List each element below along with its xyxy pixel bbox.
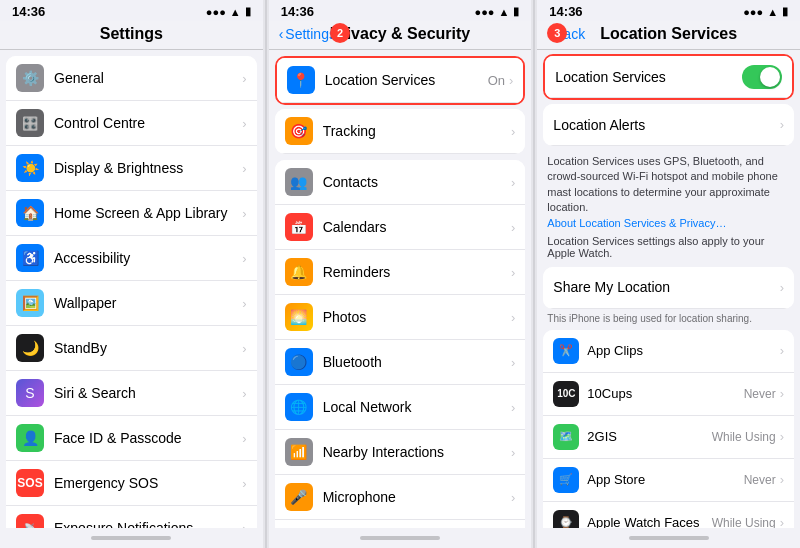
bottom-bar-1 <box>0 528 263 548</box>
emergency-icon: SOS <box>16 469 44 497</box>
tracking-icon: 🎯 <box>285 117 313 145</box>
status-bar-1: 14:36 ●●● ▲ ▮ <box>0 0 263 21</box>
location-toggle[interactable] <box>742 65 782 89</box>
settings-row-standby[interactable]: 🌙 StandBy › <box>6 326 257 371</box>
local-network-icon: 🌐 <box>285 393 313 421</box>
share-location-subtext: This iPhone is being used for location s… <box>537 311 800 328</box>
settings-list-1[interactable]: ⚙️ General › 🎛️ Control Centre › ☀️ Disp… <box>0 50 263 528</box>
nav-bar-2: ‹ Settings Privacy & Security 2 <box>269 21 532 50</box>
settings-row-contacts[interactable]: 👥 Contacts › <box>275 160 526 205</box>
accessibility-icon: ♿ <box>16 244 44 272</box>
location-body-text: Location Services uses GPS, Bluetooth, a… <box>537 150 800 233</box>
location-services-icon: 📍 <box>287 66 315 94</box>
signal-icon: ●●● <box>206 6 226 18</box>
nearby-icon: 📶 <box>285 438 313 466</box>
location-toggle-row[interactable]: Location Services <box>545 56 792 98</box>
page-title-3: Location Services <box>600 25 737 43</box>
location-list[interactable]: Location Services Location Alerts › Loca… <box>537 50 800 528</box>
share-location-group: Share My Location › <box>543 267 794 309</box>
settings-row-exposure[interactable]: 📡 Exposure Notifications › <box>6 506 257 528</box>
signal-icon-3: ●●● <box>743 6 763 18</box>
bottom-bar-2 <box>269 528 532 548</box>
settings-row-accessibility[interactable]: ♿ Accessibility › <box>6 236 257 281</box>
wifi-icon-3: ▲ <box>767 6 778 18</box>
settings-row-local-network[interactable]: 🌐 Local Network › <box>275 385 526 430</box>
faceid-icon: 👤 <box>16 424 44 452</box>
step-2-badge: 2 <box>330 23 350 43</box>
settings-row-tracking[interactable]: 🎯 Tracking › <box>275 109 526 154</box>
share-location-row[interactable]: Share My Location › <box>543 267 794 309</box>
settings-row-home-screen[interactable]: 🏠 Home Screen & App Library › <box>6 191 257 236</box>
settings-row-photos[interactable]: 🌅 Photos › <box>275 295 526 340</box>
status-time-1: 14:36 <box>12 4 45 19</box>
privacy-list[interactable]: 📍 Location Services On › 🎯 Tracking › 👥 … <box>269 50 532 528</box>
back-button-2[interactable]: ‹ Settings <box>279 26 336 42</box>
page-title-2: Privacy & Security <box>330 25 471 43</box>
back-chevron-2: ‹ <box>279 26 284 42</box>
settings-row-general[interactable]: ⚙️ General › <box>6 56 257 101</box>
bottom-bar-3 <box>537 528 800 548</box>
status-icons-1: ●●● ▲ ▮ <box>206 5 251 18</box>
settings-row-bluetooth[interactable]: 🔵 Bluetooth › <box>275 340 526 385</box>
status-bar-2: 14:36 ●●● ▲ ▮ <box>269 0 532 21</box>
settings-row-location-services[interactable]: 📍 Location Services On › <box>277 58 524 103</box>
control-centre-icon: 🎛️ <box>16 109 44 137</box>
contacts-icon: 👥 <box>285 168 313 196</box>
home-indicator-3 <box>629 536 709 540</box>
status-time-3: 14:36 <box>549 4 582 19</box>
location-alerts-group: Location Alerts › <box>543 104 794 146</box>
appstore-loc-icon: 🛒 <box>553 467 579 493</box>
photos-icon: 🌅 <box>285 303 313 331</box>
list-item-watch-faces[interactable]: ⌚ Apple Watch Faces While Using › <box>543 502 794 528</box>
standby-icon: 🌙 <box>16 334 44 362</box>
settings-row-wallpaper[interactable]: 🖼️ Wallpaper › <box>6 281 257 326</box>
location-privacy-link[interactable]: About Location Services & Privacy… <box>547 217 726 229</box>
location-watch-text: Location Services settings also apply to… <box>537 233 800 265</box>
panel-settings: 14:36 ●●● ▲ ▮ Settings ⚙️ General › 🎛️ C… <box>0 0 263 548</box>
back-label-2: Settings <box>285 26 336 42</box>
siri-icon: S <box>16 379 44 407</box>
settings-row-speech[interactable]: 🗣️ Speech Recognition › <box>275 520 526 528</box>
settings-row-display[interactable]: ☀️ Display & Brightness › <box>6 146 257 191</box>
wifi-icon-2: ▲ <box>498 6 509 18</box>
settings-row-control-centre[interactable]: 🎛️ Control Centre › <box>6 101 257 146</box>
settings-row-reminders[interactable]: 🔔 Reminders › <box>275 250 526 295</box>
battery-icon-2: ▮ <box>513 5 519 18</box>
settings-row-nearby[interactable]: 📶 Nearby Interactions › <box>275 430 526 475</box>
microphone-icon: 🎤 <box>285 483 313 511</box>
list-item-app-clips[interactable]: ✂️ App Clips › <box>543 330 794 373</box>
settings-row-emergency[interactable]: SOS Emergency SOS › <box>6 461 257 506</box>
status-bar-3: 14:36 ●●● ▲ ▮ <box>537 0 800 21</box>
settings-row-siri[interactable]: S Siri & Search › <box>6 371 257 416</box>
settings-group-1: ⚙️ General › 🎛️ Control Centre › ☀️ Disp… <box>6 56 257 528</box>
apps-location-group: ✂️ App Clips › 10C 10Cups Never › 🗺️ 2GI… <box>543 330 794 528</box>
nav-bar-1: Settings <box>0 21 263 50</box>
home-screen-icon: 🏠 <box>16 199 44 227</box>
location-services-group: 📍 Location Services On › <box>275 56 526 105</box>
reminders-icon: 🔔 <box>285 258 313 286</box>
status-time-2: 14:36 <box>281 4 314 19</box>
location-toggle-group: Location Services <box>543 54 794 100</box>
home-indicator-2 <box>360 536 440 540</box>
settings-row-faceid[interactable]: 👤 Face ID & Passcode › <box>6 416 257 461</box>
panel-location: 14:36 ●●● ▲ ▮ ‹ Back Location Services 3… <box>537 0 800 548</box>
watch-faces-icon: ⌚ <box>553 510 579 528</box>
permissions-group: 👥 Contacts › 📅 Calendars › 🔔 Reminders ›… <box>275 160 526 528</box>
page-title-1: Settings <box>100 25 163 43</box>
2gis-icon: 🗺️ <box>553 424 579 450</box>
display-icon: ☀️ <box>16 154 44 182</box>
list-item-10cups[interactable]: 10C 10Cups Never › <box>543 373 794 416</box>
signal-icon-2: ●●● <box>475 6 495 18</box>
bluetooth-icon: 🔵 <box>285 348 313 376</box>
nav-bar-3: ‹ Back Location Services 3 <box>537 21 800 50</box>
app-clips-icon: ✂️ <box>553 338 579 364</box>
settings-row-calendars[interactable]: 📅 Calendars › <box>275 205 526 250</box>
list-item-appstore[interactable]: 🛒 App Store Never › <box>543 459 794 502</box>
battery-icon: ▮ <box>245 5 251 18</box>
panel-privacy: 14:36 ●●● ▲ ▮ ‹ Settings Privacy & Secur… <box>269 0 532 548</box>
exposure-icon: 📡 <box>16 514 44 528</box>
list-item-2gis[interactable]: 🗺️ 2GIS While Using › <box>543 416 794 459</box>
location-alerts-row[interactable]: Location Alerts › <box>543 104 794 146</box>
settings-row-microphone[interactable]: 🎤 Microphone › <box>275 475 526 520</box>
status-icons-3: ●●● ▲ ▮ <box>743 5 788 18</box>
